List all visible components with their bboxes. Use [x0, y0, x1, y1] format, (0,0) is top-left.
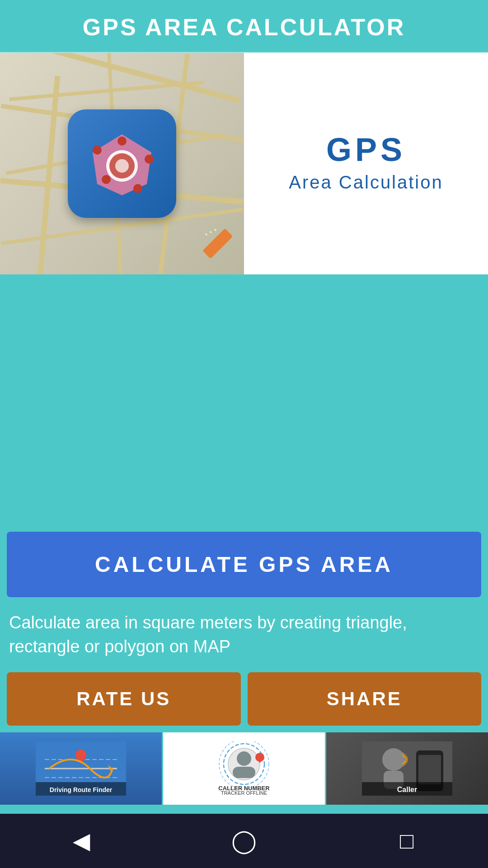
- svg-line-10: [206, 234, 207, 235]
- main-content: CALCULATE GPS AREA Calculate area in squ…: [0, 274, 488, 814]
- action-buttons: RATE US SHARE: [7, 672, 481, 726]
- rate-us-label: RATE US: [16, 688, 232, 710]
- rate-us-button[interactable]: RATE US: [7, 672, 241, 726]
- app-title: GPS AREA CALCULATOR: [83, 14, 405, 40]
- svg-line-12: [215, 229, 216, 231]
- home-button[interactable]: ◯: [226, 823, 262, 859]
- svg-point-5: [93, 146, 102, 155]
- svg-point-33: [382, 748, 405, 771]
- ad1-content: Driving Route Finder: [0, 732, 162, 805]
- recents-button[interactable]: □: [389, 823, 425, 859]
- nav-bar: ◀ ◯ □: [0, 814, 488, 868]
- description-text: Calculate area in square meters by creat…: [0, 597, 488, 668]
- svg-point-2: [145, 155, 154, 164]
- ruler-icon: [199, 225, 235, 261]
- polygon-svg: [84, 125, 160, 202]
- svg-rect-36: [418, 755, 441, 784]
- gps-text-section: GPS Area Calculation: [244, 53, 488, 274]
- back-button[interactable]: ◀: [63, 823, 99, 859]
- calculate-button[interactable]: CALCULATE GPS AREA: [7, 532, 481, 597]
- svg-rect-9: [202, 228, 233, 259]
- calculate-button-label: CALCULATE GPS AREA: [16, 552, 472, 577]
- svg-point-24: [237, 751, 251, 766]
- ad-caller[interactable]: Caller: [326, 732, 488, 805]
- svg-point-8: [115, 159, 129, 173]
- svg-text:Caller: Caller: [397, 786, 417, 793]
- recents-icon: □: [400, 828, 413, 854]
- svg-point-4: [102, 175, 111, 184]
- svg-point-1: [117, 137, 127, 146]
- map-section: [0, 53, 244, 274]
- share-label: SHARE: [257, 688, 473, 710]
- svg-line-11: [210, 231, 211, 233]
- gps-label: GPS: [326, 133, 406, 166]
- ad-caller-tracker[interactable]: CALLER NUMBER TRACKER OFFLINE: [163, 732, 325, 805]
- svg-text:Driving Route Finder: Driving Route Finder: [50, 786, 113, 793]
- svg-point-3: [133, 184, 142, 193]
- app-container: GPS AREA CALCULATOR: [0, 0, 488, 868]
- share-button[interactable]: SHARE: [248, 672, 482, 726]
- app-icon: [68, 109, 176, 218]
- ads-section: Driving Route Finder: [0, 732, 488, 805]
- home-icon: ◯: [231, 828, 257, 854]
- header: GPS AREA CALCULATOR: [0, 0, 488, 53]
- svg-text:TRACKER OFFLINE: TRACKER OFFLINE: [221, 790, 267, 796]
- ad-driving-route[interactable]: Driving Route Finder: [0, 732, 162, 805]
- svg-rect-25: [233, 767, 255, 778]
- area-calc-label: Area Calculation: [289, 170, 443, 194]
- back-icon: ◀: [73, 828, 90, 854]
- banner-image: GPS Area Calculation: [0, 53, 488, 274]
